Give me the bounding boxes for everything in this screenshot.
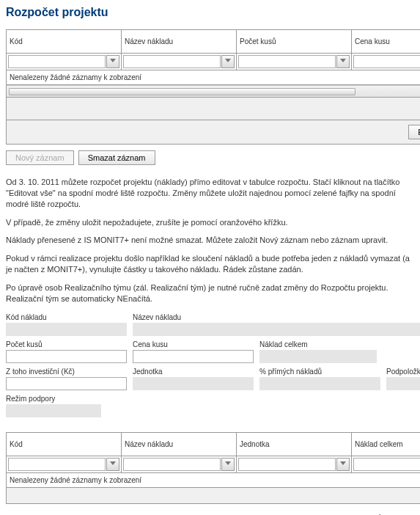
field-pct-primych	[259, 377, 380, 390]
filter-icon[interactable]	[106, 55, 119, 68]
filter-icon[interactable]	[336, 55, 350, 68]
label-cena-kusu: Cena kusu	[133, 340, 254, 348]
filter2-kod[interactable]	[8, 458, 106, 471]
field-z-toho-invest[interactable]	[6, 377, 127, 390]
label-podpolozka: Podpoložka	[386, 368, 420, 376]
field-kod-nakladu	[6, 323, 127, 336]
budget-grid: Kód Název nákladu Počet kusů Cena kusu N…	[6, 29, 420, 145]
filter-cena[interactable]	[353, 55, 420, 68]
field-cena-kusu[interactable]	[133, 350, 254, 363]
col-nazev: Název nákladu	[122, 30, 237, 54]
help-text-2: V případě, že změny uložit nepožadujete,…	[6, 217, 414, 228]
label-pct-primych: % přímých nákladů	[259, 368, 380, 376]
filter2-nazev[interactable]	[123, 458, 221, 471]
new-record-button[interactable]: Nový záznam	[6, 150, 74, 165]
label-pocet-kusu: Počet kusů	[6, 340, 127, 348]
filter-kod[interactable]	[8, 55, 106, 68]
col-cena: Cena kusu	[352, 30, 421, 54]
help-text-1: Od 3. 10. 2011 můžete rozpočet projektu …	[6, 177, 414, 210]
help-text-4: Pokud v rámci realizace projektu došlo n…	[6, 253, 414, 275]
label-z-toho-invest: Z toho investiční (Kč)	[6, 368, 127, 376]
field-nazev-nakladu	[133, 323, 420, 336]
label-kod-nakladu: Kód nákladu	[6, 313, 127, 321]
filter-nazev[interactable]	[123, 55, 221, 68]
filter2-jednotka[interactable]	[238, 458, 336, 471]
help-text-3: Náklady přenesené z IS MONIT7+ není možn…	[6, 235, 414, 246]
footer-inputs	[10, 102, 420, 115]
field-pocet-kusu[interactable]	[6, 350, 127, 363]
edit-all-button[interactable]: Editovat vše	[408, 125, 420, 139]
empty-message-2: Nenalezeny žádné záznamy k zobrazení	[7, 472, 421, 487]
col2-celkem: Náklad celkem	[352, 432, 421, 456]
col-kod: Kód	[7, 30, 122, 54]
label-naklad-celkem: Náklad celkem	[259, 340, 420, 348]
col-pocet: Počet kusů	[237, 30, 352, 54]
label-jednotka: Jednotka	[133, 368, 254, 376]
filter-icon[interactable]	[221, 55, 235, 68]
col2-jednotka: Jednotka	[237, 432, 352, 456]
secondary-grid: Kód Název nákladu Jednotka Náklad celkem…	[6, 432, 420, 504]
detail-form: Kód nákladu Název nákladu Počet kusů Cen…	[6, 313, 414, 417]
filter2-celkem[interactable]	[353, 458, 420, 471]
filter-icon[interactable]	[106, 458, 119, 471]
filter-pocet[interactable]	[238, 55, 336, 68]
filter-icon[interactable]	[336, 458, 350, 471]
empty-message: Nenalezeny žádné záznamy k zobrazení	[7, 70, 421, 85]
action-buttons: Nový záznam Smazat záznam	[6, 150, 414, 165]
filter-row	[7, 54, 421, 70]
field-podpolozka	[386, 377, 420, 390]
col2-kod: Kód	[7, 432, 122, 456]
help-text-5: Po úpravě osob Realizačního týmu (zál. R…	[6, 282, 414, 304]
delete-record-button[interactable]: Smazat záznam	[78, 150, 155, 165]
label-nazev-nakladu: Název nákladu	[133, 313, 420, 321]
page-title: Rozpočet projektu	[6, 6, 414, 19]
field-jednotka	[133, 377, 254, 390]
horizontal-scrollbar[interactable]: ▶	[7, 85, 420, 97]
label-rezim-podpory: Režim podpory	[6, 395, 420, 403]
field-rezim-podpory	[6, 404, 101, 417]
filter-icon[interactable]	[221, 458, 235, 471]
field-naklad-celkem	[259, 350, 377, 363]
col2-nazev: Název nákladu	[122, 432, 237, 456]
